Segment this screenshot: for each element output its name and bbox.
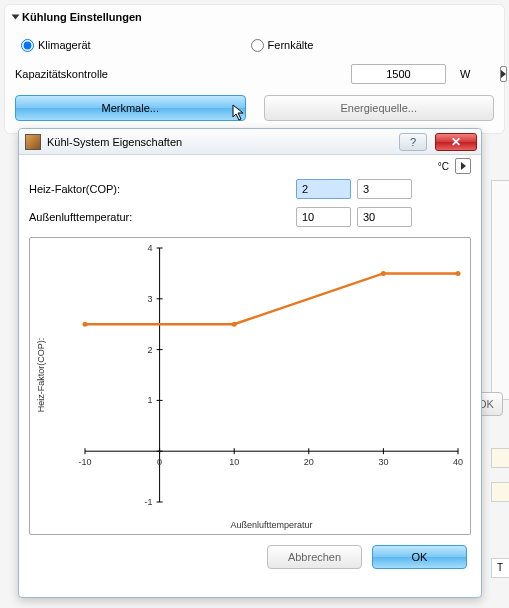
capacity-input[interactable] xyxy=(351,64,446,84)
svg-text:Außenlufttemperatur: Außenlufttemperatur xyxy=(230,520,312,530)
radio-klimageraet-label: Klimagerät xyxy=(38,39,91,51)
svg-text:4: 4 xyxy=(148,243,153,253)
cop-value-1-input[interactable] xyxy=(296,179,351,199)
svg-text:Heiz-Faktor(COP):: Heiz-Faktor(COP): xyxy=(36,338,46,413)
cooling-properties-dialog: Kühl-System Eigenschaften ? ✕ °C Heiz-Fa… xyxy=(18,128,482,598)
app-icon xyxy=(25,134,41,150)
cancel-button-label: Abbrechen xyxy=(288,551,341,563)
svg-point-25 xyxy=(83,322,88,327)
features-button[interactable]: Merkmale... xyxy=(15,95,246,121)
ok-button-label: OK xyxy=(412,551,428,563)
cop-label: Heiz-Faktor(COP): xyxy=(29,183,204,195)
temp-value-2-input[interactable] xyxy=(357,207,412,227)
svg-point-28 xyxy=(456,271,461,276)
radio-klimageraet-input[interactable] xyxy=(21,39,34,52)
side-decoration-2 xyxy=(491,482,509,502)
svg-text:-10: -10 xyxy=(78,457,91,467)
capacity-more-button[interactable] xyxy=(500,66,507,82)
side-scrollbar[interactable] xyxy=(491,180,509,400)
svg-text:0: 0 xyxy=(157,457,162,467)
temp-value-1-input[interactable] xyxy=(296,207,351,227)
svg-point-26 xyxy=(232,322,237,327)
svg-text:10: 10 xyxy=(229,457,239,467)
temp-label: Außenlufttemperatur: xyxy=(29,211,204,223)
unit-label: °C xyxy=(438,161,449,172)
features-button-label: Merkmale... xyxy=(102,102,159,114)
radio-fernkaelte-input[interactable] xyxy=(251,39,264,52)
capacity-label: Kapazitätskontrolle xyxy=(15,68,215,80)
side-decoration xyxy=(491,448,509,468)
chart-svg: -10010203040-11234AußenlufttemperaturHei… xyxy=(30,238,470,534)
svg-text:30: 30 xyxy=(378,457,388,467)
energy-source-button[interactable]: Energiequelle... xyxy=(264,95,495,121)
collapse-icon xyxy=(12,15,20,20)
cop-value-2-input[interactable] xyxy=(357,179,412,199)
panel-title: Kühlung Einstellungen xyxy=(22,11,142,23)
svg-point-27 xyxy=(381,271,386,276)
cop-chart: -10010203040-11234AußenlufttemperaturHei… xyxy=(29,237,471,535)
unit-spinner[interactable] xyxy=(455,158,471,174)
cooling-settings-panel: Kühlung Einstellungen Klimagerät Fernkäl… xyxy=(4,4,505,134)
panel-header[interactable]: Kühlung Einstellungen xyxy=(5,5,504,29)
radio-fernkaelte-label: Fernkälte xyxy=(268,39,314,51)
radio-klimageraet[interactable]: Klimagerät xyxy=(21,39,91,52)
svg-text:-1: -1 xyxy=(145,497,153,507)
svg-text:1: 1 xyxy=(148,395,153,405)
svg-text:3: 3 xyxy=(148,294,153,304)
svg-text:20: 20 xyxy=(304,457,314,467)
svg-text:2: 2 xyxy=(148,345,153,355)
dialog-title: Kühl-System Eigenschaften xyxy=(47,136,393,148)
radio-fernkaelte[interactable]: Fernkälte xyxy=(251,39,314,52)
dialog-titlebar[interactable]: Kühl-System Eigenschaften ? ✕ xyxy=(19,129,481,155)
capacity-unit: W xyxy=(454,68,470,80)
energy-source-button-label: Energiequelle... xyxy=(341,102,417,114)
svg-text:40: 40 xyxy=(453,457,463,467)
ok-button[interactable]: OK xyxy=(372,545,467,569)
help-button[interactable]: ? xyxy=(399,133,427,151)
side-label-t: T xyxy=(491,558,509,578)
cancel-button[interactable]: Abbrechen xyxy=(267,545,362,569)
close-button[interactable]: ✕ xyxy=(435,133,477,151)
